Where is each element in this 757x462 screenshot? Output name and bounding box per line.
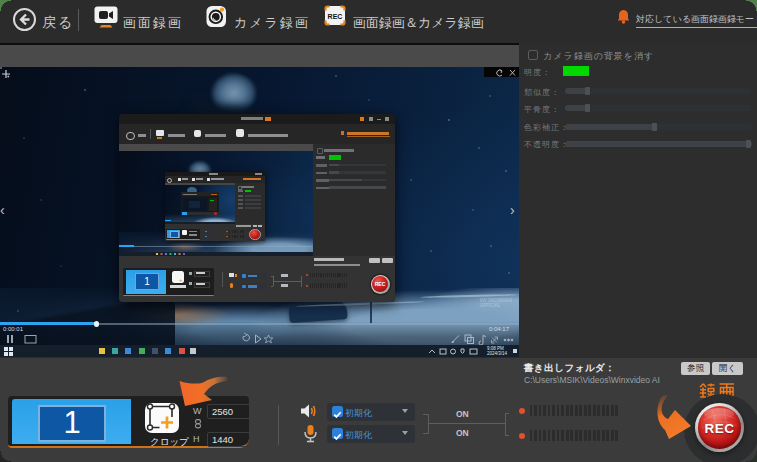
svg-text:REC: REC: [328, 13, 343, 20]
